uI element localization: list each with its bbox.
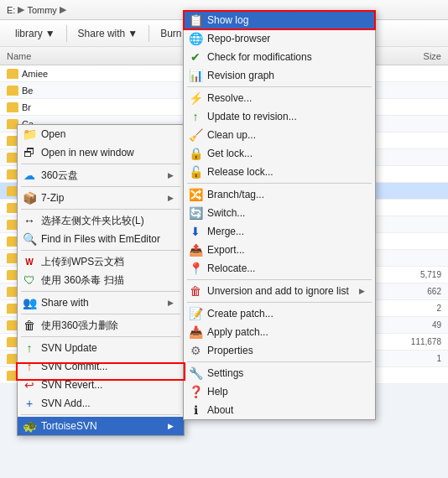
menu-item-unversion[interactable]: 🗑 Unversion and add to ignore list — [184, 282, 375, 300]
revision-graph-icon: 📊 — [189, 69, 202, 82]
menu-item-360scan[interactable]: 🛡 使用 360杀毒 扫描 — [18, 271, 184, 289]
menu-separator — [21, 414, 180, 415]
menu-item-svn-commit[interactable]: ↑ SVN Commit... — [18, 357, 184, 376]
wps-icon: W — [23, 255, 36, 268]
share-with-button[interactable]: Share with ▼ — [71, 25, 145, 42]
svn-add-icon: + — [23, 397, 36, 410]
menu-item-svn-add[interactable]: + SVN Add... — [18, 394, 184, 413]
menu-label-check-modifications: Check for modifications — [207, 51, 312, 63]
menu-item-about[interactable]: ℹ About — [184, 401, 375, 419]
menu-label-relocate: Relocate... — [207, 262, 255, 274]
menu-item-merge[interactable]: ⬇ Merge... — [184, 222, 375, 241]
show-log-icon: 📋 — [189, 13, 202, 27]
menu-item-check-modifications[interactable]: ✔ Check for modifications — [184, 48, 375, 66]
menu-label-clean-up: Clean up... — [207, 129, 256, 141]
menu-label-svn-update: SVN Update — [41, 342, 97, 354]
menu-item-settings[interactable]: 🔧 Settings — [184, 364, 375, 382]
menu-item-revision-graph[interactable]: 📊 Revision graph — [184, 66, 375, 85]
menu-label-compare: 选择左侧文件夹比较(L) — [41, 214, 144, 228]
menu-item-switch[interactable]: 🔄 Switch... — [184, 204, 375, 222]
menu-item-compare[interactable]: ↔ 选择左侧文件夹比较(L) — [18, 211, 184, 230]
open-icon: 📁 — [23, 127, 36, 141]
menu-item-relocate[interactable]: 📍 Relocate... — [184, 259, 375, 278]
menu-separator — [187, 183, 372, 184]
menu-item-apply-patch[interactable]: 📥 Apply patch... — [184, 323, 375, 341]
menu-separator — [21, 291, 180, 292]
breadcrumb-sep2: ▶ — [60, 4, 66, 15]
menu-item-open-new-window[interactable]: 🗗 Open in new window — [18, 143, 184, 162]
folder-icon — [7, 69, 18, 79]
folder-icon — [7, 86, 18, 96]
svn-revert-icon: ↩ — [23, 378, 36, 392]
menu-item-export[interactable]: 📤 Export... — [184, 241, 375, 259]
menu-label-revision-graph: Revision graph — [207, 70, 274, 81]
menu-item-share-with[interactable]: 👥 Share with — [18, 294, 184, 312]
share-with-label: Share with — [78, 28, 126, 39]
menu-separator — [187, 86, 372, 87]
menu-item-update-revision[interactable]: ↑ Update to revision... — [184, 107, 375, 126]
menu-item-emeditor[interactable]: 🔍 Find in Files with EmEditor — [18, 230, 184, 248]
360yun-icon: ☁ — [23, 169, 36, 182]
menu-label-settings: Settings — [207, 367, 243, 379]
menu-label-open: Open — [41, 128, 65, 140]
breadcrumb-drive[interactable]: E: — [7, 5, 15, 15]
menu-item-360del[interactable]: 🗑 使用360强力删除 — [18, 316, 184, 335]
menu-label-release-lock: Release lock... — [207, 166, 273, 178]
menu-item-clean-up[interactable]: 🧹 Clean up... — [184, 126, 375, 144]
menu-item-360yun[interactable]: ☁ 360云盘 — [18, 166, 184, 184]
menu-item-svn-update[interactable]: ↑ SVN Update — [18, 339, 184, 357]
right-context-menu: 📋 Show log 🌐 Repo-browser ✔ Check for mo… — [183, 10, 376, 420]
menu-item-wps[interactable]: W 上传到WPS云文档 — [18, 252, 184, 271]
menu-label-360yun: 360云盘 — [41, 169, 78, 183]
check-modifications-icon: ✔ — [189, 50, 202, 64]
menu-label-unversion: Unversion and add to ignore list — [207, 285, 349, 297]
about-icon: ℹ — [189, 403, 202, 417]
menu-item-branch-tag[interactable]: 🔀 Branch/tag... — [184, 185, 375, 204]
menu-label-about: About — [207, 404, 233, 416]
menu-item-get-lock[interactable]: 🔒 Get lock... — [184, 144, 375, 163]
menu-label-360del: 使用360强力删除 — [41, 319, 118, 333]
menu-item-resolve[interactable]: ⚡ Resolve... — [184, 89, 375, 107]
share-with-icon: 👥 — [23, 296, 36, 309]
7zip-icon: 📦 — [23, 191, 36, 205]
export-icon: 📤 — [189, 243, 202, 257]
menu-separator — [21, 186, 180, 187]
library-button[interactable]: library ▼ — [8, 25, 62, 42]
folder-icon — [7, 102, 18, 112]
settings-icon: 🔧 — [189, 366, 202, 380]
menu-item-release-lock[interactable]: 🔓 Release lock... — [184, 163, 375, 181]
clean-up-icon: 🧹 — [189, 128, 202, 142]
repo-browser-icon: 🌐 — [189, 32, 202, 45]
menu-item-open[interactable]: 📁 Open — [18, 125, 184, 143]
menu-item-help[interactable]: ❓ Help — [184, 382, 375, 401]
menu-separator — [187, 302, 372, 303]
menu-label-create-patch: Create patch... — [207, 308, 273, 320]
menu-item-7zip[interactable]: 📦 7-Zip — [18, 189, 184, 207]
menu-separator — [187, 279, 372, 280]
menu-label-svn-commit: SVN Commit... — [41, 361, 107, 372]
menu-item-tortoise[interactable]: 🐢 TortoiseSVN — [18, 417, 184, 435]
relocate-icon: 📍 — [189, 262, 202, 275]
menu-item-repo-browser[interactable]: 🌐 Repo-browser — [184, 29, 375, 48]
left-context-menu: 📁 Open 🗗 Open in new window ☁ 360云盘 📦 7-… — [17, 124, 185, 436]
menu-label-update-revision: Update to revision... — [207, 111, 297, 122]
menu-separator — [21, 314, 180, 314]
menu-label-help: Help — [207, 386, 228, 397]
toolbar-divider-2 — [148, 25, 149, 42]
menu-label-branch-tag: Branch/tag... — [207, 189, 264, 200]
menu-item-show-log[interactable]: 📋 Show log — [184, 11, 375, 29]
menu-item-svn-revert[interactable]: ↩ SVN Revert... — [18, 376, 184, 394]
release-lock-icon: 🔓 — [189, 165, 202, 179]
create-patch-icon: 📝 — [189, 307, 202, 320]
menu-item-properties[interactable]: ⚙ Properties — [184, 341, 375, 360]
apply-patch-icon: 📥 — [189, 325, 202, 339]
menu-item-create-patch[interactable]: 📝 Create patch... — [184, 304, 375, 323]
menu-label-repo-browser: Repo-browser — [207, 33, 270, 44]
col-header-name[interactable]: Name — [7, 51, 190, 61]
col-header-size[interactable]: Size — [383, 51, 441, 61]
library-chevron: ▼ — [45, 28, 55, 39]
open-new-window-icon: 🗗 — [23, 146, 36, 159]
breadcrumb-folder[interactable]: Tommy — [27, 5, 56, 15]
unversion-icon: 🗑 — [189, 284, 202, 298]
merge-icon: ⬇ — [189, 225, 202, 238]
